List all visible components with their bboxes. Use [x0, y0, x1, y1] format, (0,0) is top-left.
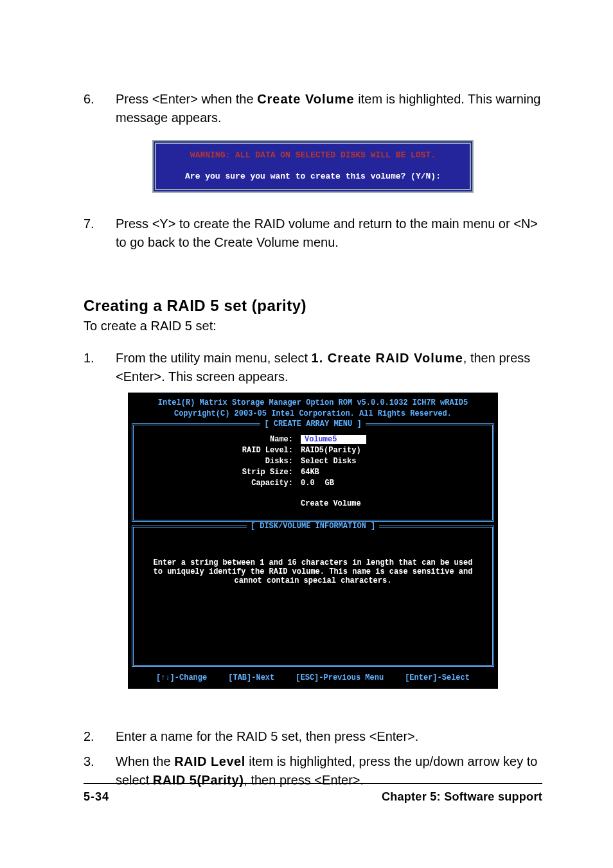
text: When the [116, 754, 174, 768]
form-row-name: Name: Volume5 [145, 435, 481, 444]
step-body: From the utility main menu, select 1. Cr… [116, 349, 542, 386]
form-row-strip: Strip Size: 64KB [145, 468, 481, 477]
label: Disks: [145, 457, 301, 466]
panel-title: [ CREATE ARRAY MENU ] [134, 420, 492, 429]
form-row-capacity: Capacity: 0.0GB [145, 479, 481, 488]
key-bar: [↑↓]-Change [TAB]-Next [ESC]-Previous Me… [130, 671, 495, 686]
step-number: 7. [84, 215, 116, 252]
bold-text: RAID Level [174, 754, 245, 768]
info-text: Enter a string between 1 and 16 characte… [145, 535, 481, 653]
key-hint: [Enter]-Select [405, 673, 470, 682]
key-hint: [ESC]-Previous Menu [296, 673, 384, 682]
warning-dialog-screenshot: WARNING: ALL DATA ON SELECTED DISKS WILL… [152, 140, 474, 193]
step-body: Enter a name for the RAID 5 set, then pr… [116, 727, 542, 746]
step-number: 1. [84, 349, 116, 386]
step-7: 7. Press <Y> to create the RAID volume a… [84, 215, 542, 252]
step-1: 1. From the utility main menu, select 1.… [84, 349, 542, 386]
step-body: Press <Y> to create the RAID volume and … [116, 215, 542, 252]
value: Select Disks [301, 457, 356, 466]
value: RAID5(Parity) [301, 446, 361, 455]
page-footer: 5-34 Chapter 5: Software support [84, 783, 542, 804]
text: From the utility main menu, select [116, 351, 312, 365]
name-input[interactable]: Volume5 [301, 435, 366, 444]
warning-line-2: Are you sure you want to create this vol… [165, 172, 461, 181]
label: Strip Size: [145, 468, 301, 477]
create-array-panel: [ CREATE ARRAY MENU ] Name: Volume5 RAID… [132, 423, 494, 522]
page-number: 5-34 [84, 790, 109, 804]
label: RAID Level: [145, 446, 301, 455]
value: Volume5 [301, 435, 366, 444]
form-row-disks: Disks: Select Disks [145, 457, 481, 466]
bios-screenshot: Intel(R) Matrix Storage Manager Option R… [128, 393, 498, 689]
step-number: 2. [84, 727, 116, 746]
bios-header-line2: Copyright(C) 2003-05 Intel Corporation. … [130, 409, 495, 420]
section-heading: Creating a RAID 5 set (parity) [84, 297, 542, 315]
key-hint: [↑↓]-Change [156, 673, 207, 682]
step-2: 2. Enter a name for the RAID 5 set, then… [84, 727, 542, 746]
value: 0.0GB [301, 479, 334, 488]
bold-text: 1. Create RAID Volume [312, 351, 463, 365]
info-line: Enter a string between 1 and 16 characte… [152, 558, 474, 567]
label: Name: [145, 435, 301, 444]
bios-header-line1: Intel(R) Matrix Storage Manager Option R… [130, 398, 495, 409]
label: Capacity: [145, 479, 301, 488]
chapter-label: Chapter 5: Software support [382, 790, 542, 804]
step-6: 6. Press <Enter> when the Create Volume … [84, 90, 542, 127]
info-line: to uniquely identify the RAID volume. Th… [152, 567, 474, 576]
value: 64KB [301, 468, 319, 477]
panel-title: [ DISK/VOLUME INFORMATION ] [134, 522, 492, 531]
key-hint: [TAB]-Next [228, 673, 274, 682]
info-line: cannot contain special characters. [152, 576, 474, 585]
bios-header: Intel(R) Matrix Storage Manager Option R… [130, 395, 495, 422]
disk-volume-info-panel: [ DISK/VOLUME INFORMATION ] Enter a stri… [132, 526, 494, 667]
bold-text: Create Volume [257, 92, 355, 106]
step-body: Press <Enter> when the Create Volume ite… [116, 90, 542, 127]
warning-dialog: WARNING: ALL DATA ON SELECTED DISKS WILL… [152, 140, 474, 193]
section-subtext: To create a RAID 5 set: [84, 319, 542, 333]
warning-line-1: WARNING: ALL DATA ON SELECTED DISKS WILL… [165, 150, 461, 160]
text: Press <Enter> when the [116, 92, 257, 106]
form-row-raid-level: RAID Level: RAID5(Parity) [145, 446, 481, 455]
create-volume-action[interactable]: Create Volume [145, 499, 481, 508]
step-number: 6. [84, 90, 116, 127]
